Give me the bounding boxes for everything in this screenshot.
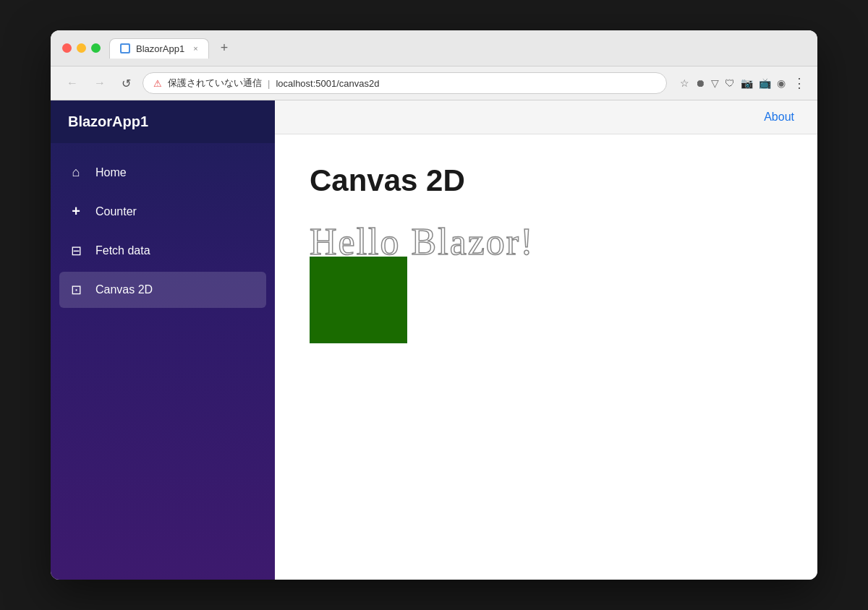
new-tab-button[interactable]: + [215,38,234,59]
address-bar: ← → ↺ ⚠ 保護されていない通信 | localhost:5001/canv… [51,66,817,100]
content-area: Canvas 2D Hello Blazor! [275,134,817,580]
maximize-button[interactable] [91,43,101,53]
sidebar-item-fetchdata[interactable]: Fetch data [51,233,275,269]
main-content: About Canvas 2D Hello Blazor! [275,100,817,580]
extension-icon-3[interactable]: 🛡 [725,77,735,89]
extension-icon-2[interactable]: ▽ [711,77,719,89]
svg-rect-0 [122,45,129,52]
title-bar: BlazorApp1 × + [51,30,817,66]
close-button[interactable] [62,43,72,53]
sidebar-nav: Home Counter Fetch data Canvas 2D [51,143,275,319]
home-icon [68,165,84,180]
app-title: BlazorApp1 [68,113,148,129]
tab-title: BlazorApp1 [136,43,184,54]
canvas-demo: Hello Blazor! [310,221,534,343]
sidebar-item-home-label: Home [95,166,127,179]
list-icon [68,243,84,259]
tab-close-button[interactable]: × [193,44,197,53]
forward-button[interactable]: → [90,75,110,91]
security-warning-icon: ⚠ [153,78,162,89]
sidebar-item-canvas2d-label: Canvas 2D [95,283,153,296]
back-button[interactable]: ← [62,75,82,91]
canvas-hello-text: Hello Blazor! [310,221,534,262]
tab-favicon [120,43,130,53]
about-link[interactable]: About [764,111,794,124]
top-nav: About [275,100,817,134]
sidebar-header: BlazorApp1 [51,100,275,143]
sidebar-item-fetchdata-label: Fetch data [95,244,150,257]
security-text: 保護されていない通信 [168,77,262,90]
canvas-icon [68,282,84,298]
canvas-green-rect [310,257,407,343]
address-separator: | [268,78,270,89]
app-content: BlazorApp1 Home Counter Fetch data [51,100,817,580]
minimize-button[interactable] [77,43,86,53]
url-display: localhost:5001/canvas2d [276,78,379,89]
page-title: Canvas 2D [310,163,783,198]
window-controls [62,43,101,53]
extension-icon-4[interactable]: 📷 [741,77,753,89]
extension-icon-5[interactable]: 📺 [759,77,771,89]
sidebar-item-home[interactable]: Home [51,155,275,190]
bookmark-icon[interactable]: ☆ [680,77,689,89]
browser-toolbar-icons: ☆ ⏺ ▽ 🛡 📷 📺 ◉ [680,77,786,89]
plus-icon [68,203,84,220]
sidebar-item-counter-label: Counter [95,205,137,218]
browser-window: BlazorApp1 × + ← → ↺ ⚠ 保護されていない通信 | loca… [51,30,817,580]
refresh-button[interactable]: ↺ [117,75,135,92]
tab-bar: BlazorApp1 × + [109,38,806,59]
browser-menu-button[interactable]: ⋮ [793,75,806,91]
address-input-field[interactable]: ⚠ 保護されていない通信 | localhost:5001/canvas2d [142,72,667,94]
sidebar: BlazorApp1 Home Counter Fetch data [51,100,275,580]
active-tab[interactable]: BlazorApp1 × [109,38,209,59]
sidebar-item-counter[interactable]: Counter [51,193,275,230]
profile-icon[interactable]: ◉ [777,77,786,89]
sidebar-item-canvas2d[interactable]: Canvas 2D [59,272,266,308]
extension-icon-1[interactable]: ⏺ [695,77,705,89]
